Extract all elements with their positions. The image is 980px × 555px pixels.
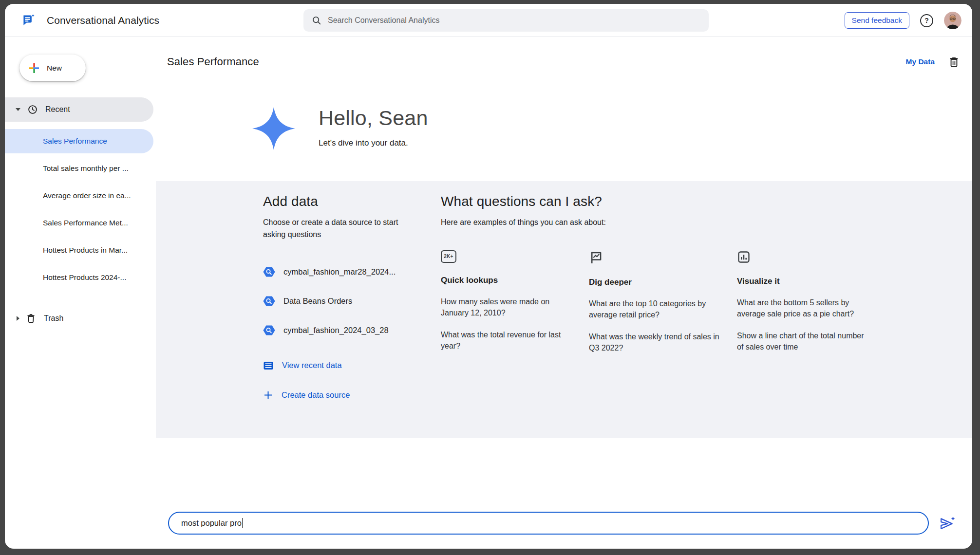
example-question: What are the bottom 5 sellers by average… [737, 297, 869, 319]
questions-title: What questions can I ask? [441, 194, 869, 209]
greeting: Hello, Sean [319, 106, 428, 130]
chevron-right-icon [17, 316, 19, 321]
top-bar-actions: Send feedback ? [845, 4, 961, 37]
sidebar-item-total-sales[interactable]: Total sales monthly per ... [5, 156, 153, 181]
examples-band: Add data Choose or create a data source … [156, 181, 972, 438]
avatar[interactable] [944, 12, 961, 29]
example-question: What was the weekly trend of sales in Q3… [589, 331, 721, 353]
sidebar-item-sales-performance[interactable]: Sales Performance [5, 129, 153, 153]
data-source-list: cymbal_fashion_mar28_2024... Data Beans [263, 258, 424, 345]
example-question: What are the top 10 categories by averag… [589, 298, 721, 320]
app-window: Conversational Analytics Send feedback ? [5, 4, 972, 549]
add-data-section: Add data Choose or create a data source … [263, 194, 424, 400]
my-data-link[interactable]: My Data [906, 57, 935, 66]
bigquery-icon [263, 324, 275, 336]
multicolor-plus-icon [28, 62, 40, 74]
help-icon[interactable]: ? [920, 14, 933, 27]
add-data-subtitle: Choose or create a data source to start … [263, 217, 399, 241]
composer-row: most popular pro [168, 512, 960, 535]
questions-subtitle: Here are examples of things you can ask … [441, 217, 869, 229]
send-feedback-button[interactable]: Send feedback [845, 12, 909, 29]
chevron-down-icon [16, 108, 20, 111]
example-question: How many sales were made on January 12, … [441, 296, 573, 318]
app-title: Conversational Analytics [47, 15, 159, 26]
page-header: Sales Performance My Data [167, 56, 960, 68]
category-visualize-it: Visualize it What are the bottom 5 selle… [737, 250, 869, 354]
sidebar-section-recent[interactable]: Recent [5, 97, 153, 122]
clock-icon [27, 104, 38, 115]
data-source-item[interactable]: cymbal_fashion_mar28_2024... [263, 258, 424, 287]
top-bar: Conversational Analytics Send feedback ? [5, 4, 972, 37]
trash-icon [26, 313, 36, 324]
trash-icon [948, 56, 960, 68]
questions-section: What questions can I ask? Here are examp… [441, 194, 869, 400]
data-source-item[interactable]: cymbal_fashion_2024_03_28 [263, 316, 424, 345]
example-question: Show a line chart of the total number of… [737, 330, 869, 352]
view-recent-data-link[interactable]: View recent data [263, 361, 424, 370]
search-icon [311, 15, 322, 26]
global-search [303, 9, 709, 32]
list-icon [263, 361, 274, 370]
category-dig-deeper: Dig deeper What are the top 10 categorie… [589, 250, 721, 354]
send-button[interactable] [939, 515, 956, 532]
delete-conversation-button[interactable] [948, 56, 960, 68]
bigquery-icon [263, 266, 275, 278]
sidebar-item-average-order-size[interactable]: Average order size in ea... [5, 184, 153, 208]
data-source-item[interactable]: Data Beans Orders [263, 287, 424, 316]
new-button[interactable]: New [19, 55, 86, 81]
recent-label: Recent [45, 105, 70, 114]
sidebar-item-trash[interactable]: Trash [5, 306, 156, 331]
new-button-label: New [47, 64, 62, 73]
trash-label: Trash [44, 314, 63, 323]
flag-chart-icon [589, 250, 721, 265]
conversational-analytics-logo-icon [21, 13, 36, 28]
hero: Hello, Sean Let's dive into your data. [252, 106, 972, 151]
greeting-subtitle: Let's dive into your data. [319, 138, 428, 148]
global-search-input[interactable] [328, 16, 701, 25]
category-quick-lookups: 2K+ Quick lookups How many sales were ma… [441, 250, 573, 354]
sidebar: New Recent Sales Performance Total sales… [5, 37, 156, 549]
chat-input-value: most popular pro [181, 518, 242, 528]
sidebar-item-hottest-products-mar[interactable]: Hottest Products in Mar... [5, 238, 153, 262]
text-cursor [242, 518, 243, 528]
add-data-title: Add data [263, 194, 424, 209]
gemini-star-icon [252, 106, 295, 151]
2k-plus-icon: 2K+ [441, 250, 456, 263]
plus-icon [263, 390, 273, 400]
create-data-source-link[interactable]: Create data source [263, 390, 424, 400]
page-title: Sales Performance [167, 56, 259, 68]
send-spark-icon [939, 515, 956, 532]
main-panel: Sales Performance My Data [156, 37, 972, 549]
bar-chart-icon [737, 250, 869, 264]
chat-input[interactable]: most popular pro [168, 512, 929, 535]
sidebar-item-hottest-products-2024[interactable]: Hottest Products 2024-... [5, 265, 153, 290]
bigquery-icon [263, 295, 275, 307]
example-question: What was the total revenue for last year… [441, 329, 573, 352]
sidebar-item-sales-performance-met[interactable]: Sales Performance Met... [5, 211, 153, 235]
brand: Conversational Analytics [21, 13, 159, 28]
